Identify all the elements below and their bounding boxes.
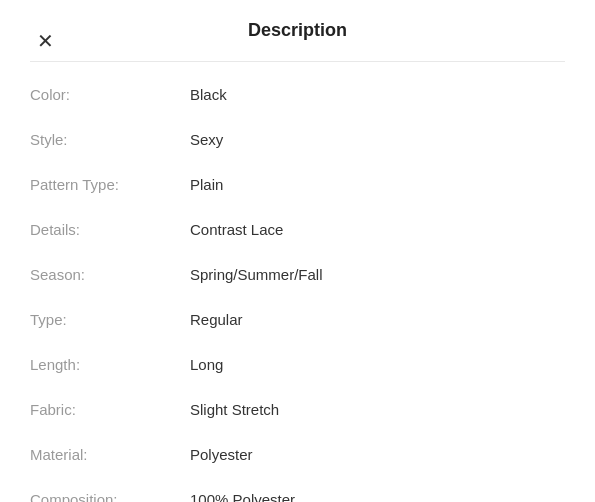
close-icon: ✕ — [37, 31, 54, 51]
row-value: Contrast Lace — [190, 219, 565, 240]
table-row: Color:Black — [30, 72, 565, 117]
table-row: Material:Polyester — [30, 432, 565, 477]
panel-title: Description — [248, 20, 347, 41]
close-button[interactable]: ✕ — [30, 26, 60, 56]
row-label: Type: — [30, 309, 190, 330]
description-panel: ✕ Description Color:BlackStyle:SexyPatte… — [0, 0, 595, 502]
row-value: Polyester — [190, 444, 565, 465]
row-label: Composition: — [30, 489, 190, 502]
panel-header: ✕ Description — [30, 20, 565, 62]
row-value: Spring/Summer/Fall — [190, 264, 565, 285]
table-row: Type:Regular — [30, 297, 565, 342]
row-value: Long — [190, 354, 565, 375]
row-label: Material: — [30, 444, 190, 465]
row-value: Black — [190, 84, 565, 105]
row-label: Style: — [30, 129, 190, 150]
table-row: Pattern Type:Plain — [30, 162, 565, 207]
row-label: Length: — [30, 354, 190, 375]
table-row: Length:Long — [30, 342, 565, 387]
row-value: Plain — [190, 174, 565, 195]
row-label: Season: — [30, 264, 190, 285]
table-row: Composition:100% Polyester — [30, 477, 565, 502]
row-label: Color: — [30, 84, 190, 105]
table-row: Details:Contrast Lace — [30, 207, 565, 252]
row-label: Fabric: — [30, 399, 190, 420]
row-value: Regular — [190, 309, 565, 330]
row-value: Slight Stretch — [190, 399, 565, 420]
description-table: Color:BlackStyle:SexyPattern Type:PlainD… — [30, 72, 565, 502]
table-row: Fabric:Slight Stretch — [30, 387, 565, 432]
row-label: Pattern Type: — [30, 174, 190, 195]
table-row: Season:Spring/Summer/Fall — [30, 252, 565, 297]
row-label: Details: — [30, 219, 190, 240]
row-value: Sexy — [190, 129, 565, 150]
table-row: Style:Sexy — [30, 117, 565, 162]
row-value: 100% Polyester — [190, 489, 565, 502]
